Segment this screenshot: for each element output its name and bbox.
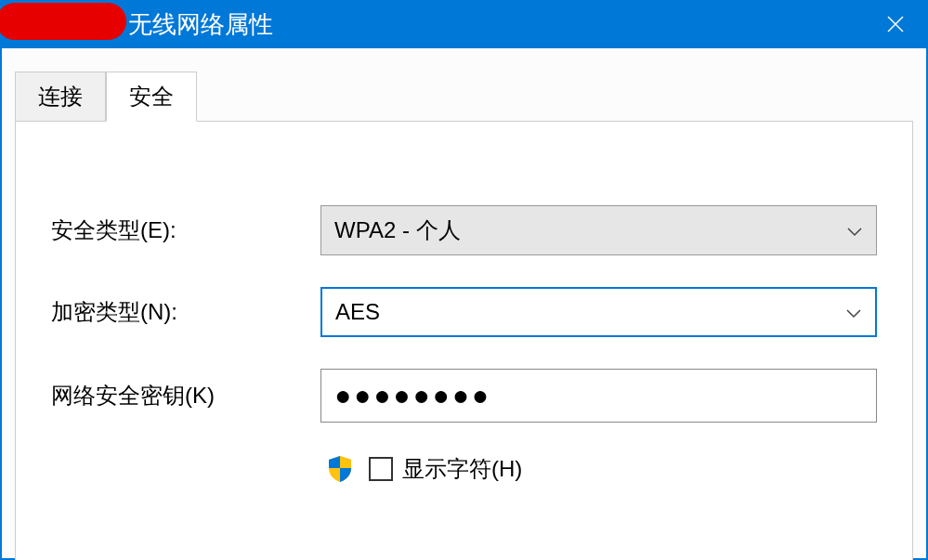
combo-encryption-type-value: AES [335, 299, 380, 325]
dialog-body: 连接 安全 安全类型(E): WPA2 - 个人 加密类型(N): AES 网络… [0, 48, 928, 560]
network-key-masked: ●●●●●●●● [334, 380, 491, 411]
title-left: 无线网络属性 [0, 8, 273, 41]
row-encryption-type: 加密类型(N): AES [51, 287, 877, 337]
label-encryption-type: 加密类型(N): [51, 297, 320, 327]
redacted-network-name [0, 3, 126, 40]
label-security-type: 安全类型(E): [51, 215, 320, 245]
checkbox-show-characters[interactable] [369, 457, 393, 481]
combo-security-type-value: WPA2 - 个人 [334, 215, 461, 245]
titlebar: 无线网络属性 [0, 0, 928, 48]
row-network-key: 网络安全密钥(K) ●●●●●●●● [51, 369, 877, 423]
tab-panel-security: 安全类型(E): WPA2 - 个人 加密类型(N): AES 网络安全密钥(K… [15, 121, 913, 560]
tab-strip: 连接 安全 [15, 71, 913, 121]
shield-icon [328, 455, 352, 483]
label-show-characters: 显示字符(H) [402, 454, 522, 484]
combo-encryption-type[interactable]: AES [320, 287, 877, 337]
combo-security-type[interactable]: WPA2 - 个人 [320, 205, 877, 255]
window-title: 无线网络属性 [128, 8, 273, 41]
tab-connection[interactable]: 连接 [15, 72, 106, 122]
tab-security[interactable]: 安全 [106, 72, 197, 122]
label-network-key: 网络安全密钥(K) [51, 381, 320, 410]
chevron-down-icon [845, 299, 862, 325]
input-network-key[interactable]: ●●●●●●●● [320, 369, 877, 423]
chevron-down-icon [846, 217, 863, 243]
row-show-characters: 显示字符(H) [328, 454, 877, 484]
row-security-type: 安全类型(E): WPA2 - 个人 [51, 205, 877, 255]
close-button[interactable] [863, 0, 928, 48]
close-icon [886, 15, 905, 33]
